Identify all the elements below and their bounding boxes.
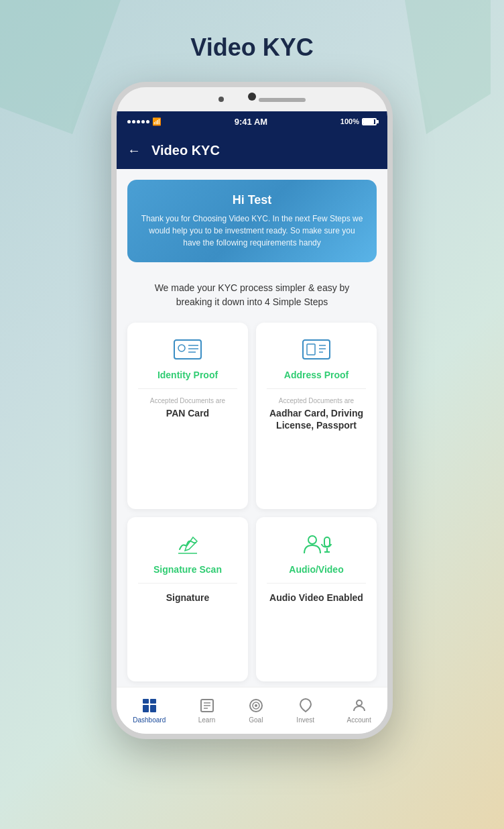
nav-invest[interactable]: Invest — [296, 698, 314, 724]
svg-rect-15 — [143, 699, 149, 704]
bg-shape-left — [0, 0, 121, 134]
phone-top-bar — [117, 87, 387, 111]
nav-learn[interactable]: Learn — [198, 698, 216, 724]
nav-learn-label: Learn — [198, 716, 216, 724]
address-accepted-label: Accepted Documents are — [279, 397, 354, 404]
card-divider-1 — [138, 388, 237, 389]
card-divider-3 — [138, 583, 237, 584]
blue-banner: Hi Test Thank you for Choosing Video KYC… — [127, 180, 377, 262]
svg-rect-6 — [307, 344, 315, 355]
phone-camera — [248, 93, 256, 101]
nav-dashboard-label: Dashboard — [133, 716, 166, 724]
card-divider-4 — [267, 583, 366, 584]
nav-account[interactable]: Account — [347, 698, 371, 724]
banner-greeting: Hi Test — [141, 193, 363, 207]
status-bar: 📶 9:41 AM 100% — [117, 111, 387, 131]
status-left: 📶 — [127, 117, 162, 126]
wifi-icon: 📶 — [152, 117, 162, 126]
svg-point-26 — [357, 700, 362, 706]
nav-goal[interactable]: Goal — [248, 698, 264, 724]
status-time: 9:41 AM — [235, 117, 267, 127]
back-button[interactable]: ← — [127, 143, 141, 158]
nav-invest-label: Invest — [296, 716, 314, 724]
identity-document: PAN Card — [166, 407, 209, 419]
invest-icon — [298, 698, 314, 714]
status-right: 100% — [340, 117, 377, 125]
signal-dots — [127, 120, 149, 123]
nav-goal-label: Goal — [249, 716, 263, 724]
nav-dashboard[interactable]: Dashboard — [133, 698, 166, 724]
battery-icon — [362, 118, 377, 125]
audio-video-document: Audio Video Enabled — [269, 592, 363, 604]
account-icon — [351, 698, 367, 714]
bg-shape-right — [383, 0, 491, 134]
signature-document: Signature — [166, 592, 210, 604]
app-header-title: Video KYC — [151, 143, 220, 158]
svg-rect-12 — [324, 537, 330, 547]
card-divider-2 — [267, 388, 366, 389]
audio-video-title: Audio/Video — [289, 564, 343, 575]
address-proof-card[interactable]: Address Proof Accepted Documents are Aad… — [256, 323, 377, 509]
audio-video-icon — [300, 531, 332, 557]
battery-percentage: 100% — [340, 117, 359, 125]
address-proof-icon — [300, 336, 332, 363]
signature-scan-card[interactable]: Signature Scan Signature — [127, 517, 248, 681]
app-header: ← Video KYC — [117, 131, 387, 169]
steps-description: We made your KYC process simpler & easy … — [117, 273, 387, 317]
svg-point-11 — [308, 536, 316, 544]
address-proof-title: Address Proof — [284, 370, 349, 380]
phone-speaker — [259, 98, 306, 102]
identity-accepted-label: Accepted Documents are — [150, 397, 225, 404]
identity-proof-card[interactable]: Identity Proof Accepted Documents are PA… — [127, 323, 248, 509]
audio-video-card[interactable]: Audio/Video Audio Video Enabled — [256, 517, 377, 681]
address-document: Aadhar Card, Driving License, Passport — [267, 407, 366, 431]
goal-icon — [248, 698, 264, 714]
svg-point-1 — [178, 345, 185, 351]
svg-rect-16 — [150, 699, 156, 704]
phone-content: Hi Test Thank you for Choosing Video KYC… — [117, 169, 387, 734]
dashboard-icon — [141, 698, 158, 714]
identity-proof-title: Identity Proof — [158, 370, 218, 380]
cards-grid: Identity Proof Accepted Documents are PA… — [117, 317, 387, 687]
signature-scan-title: Signature Scan — [153, 564, 222, 575]
battery-fill — [363, 119, 374, 124]
signature-scan-icon — [172, 531, 204, 557]
nav-account-label: Account — [347, 716, 371, 724]
page-title: Video KYC — [190, 34, 313, 62]
svg-rect-18 — [150, 705, 156, 712]
front-camera-dot — [218, 97, 224, 102]
learn-icon — [199, 698, 215, 714]
phone-frame: 📶 9:41 AM 100% ← Video KYC Hi Test Thank… — [111, 82, 393, 739]
banner-description: Thank you for Choosing Video KYC. In the… — [141, 213, 363, 249]
svg-rect-17 — [143, 705, 149, 712]
identity-proof-icon — [172, 336, 204, 363]
bottom-nav: Dashboard Learn — [117, 687, 387, 734]
svg-point-25 — [255, 704, 257, 707]
